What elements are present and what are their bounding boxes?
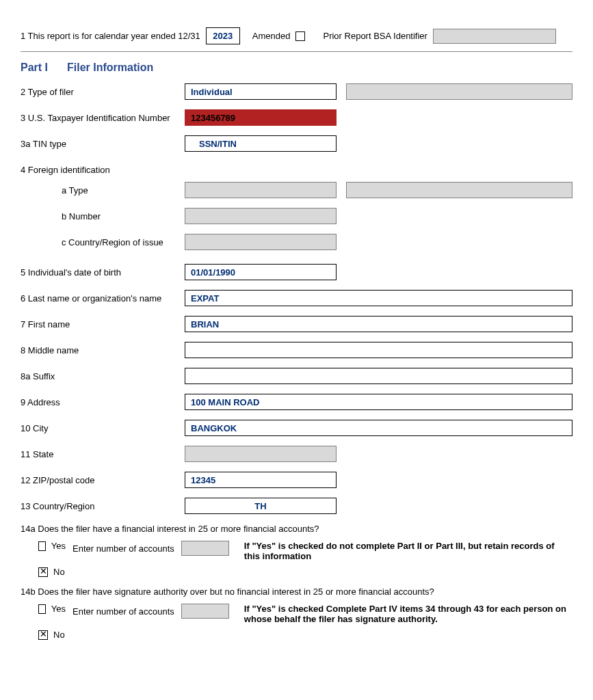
zip-label: 12 ZIP/postal code: [21, 475, 185, 485]
fi-country-input[interactable]: [185, 234, 337, 250]
fi-type-label: a Type: [21, 185, 185, 196]
q14b-no-checkbox[interactable]: [38, 630, 48, 640]
fi-number-label: b Number: [21, 211, 185, 221]
state-label: 11 State: [21, 449, 185, 459]
address-input[interactable]: 100 MAIN ROAD: [185, 394, 572, 410]
type-of-filer-label: 2 Type of filer: [21, 87, 185, 97]
city-input[interactable]: BANGKOK: [185, 420, 572, 436]
part1-heading: Part I Filer Information: [21, 62, 572, 74]
state-input[interactable]: [185, 446, 337, 462]
q14a-yes-label: Yes: [51, 541, 66, 551]
q14a-no-label: No: [53, 567, 65, 577]
q14a-enter-label: Enter number of accounts: [73, 543, 174, 554]
bsa-label: Prior Report BSA Identifier: [323, 31, 427, 41]
tin-type-label: 3a TIN type: [21, 139, 185, 149]
type-of-filer-input[interactable]: Individual: [185, 83, 337, 100]
fi-country-label: c Country/Region of issue: [21, 237, 185, 247]
last-name-input[interactable]: EXPAT: [185, 290, 572, 306]
middle-name-input[interactable]: [185, 342, 572, 358]
first-name-label: 7 First name: [21, 319, 185, 329]
amended-label: Amended: [252, 31, 291, 41]
amended-checkbox[interactable]: [295, 31, 305, 41]
report-year-label: 1 This report is for calendar year ended…: [21, 31, 200, 41]
fi-type-aux[interactable]: [346, 182, 572, 198]
part-number: Part I: [21, 62, 48, 74]
first-name-input[interactable]: BRIAN: [185, 316, 572, 332]
tin-label: 3 U.S. Taxpayer Identification Number: [21, 113, 185, 123]
report-year-row: 1 This report is for calendar year ended…: [21, 27, 572, 44]
q14b-question: 14b Does the filer have signature author…: [21, 587, 572, 597]
country-input[interactable]: TH: [185, 498, 337, 514]
last-name-label: 6 Last name or organization's name: [21, 293, 185, 304]
tin-type-input[interactable]: SSN/ITIN: [185, 135, 337, 152]
part-title: Filer Information: [67, 62, 153, 74]
year-input[interactable]: 2023: [206, 27, 240, 44]
city-label: 10 City: [21, 423, 185, 433]
fi-number-input[interactable]: [185, 208, 337, 224]
tin-input[interactable]: 123456789: [185, 109, 337, 126]
foreign-id-label: 4 Foreign identification: [21, 165, 185, 175]
q14b-yes-checkbox[interactable]: [38, 604, 46, 614]
bsa-identifier-input[interactable]: [433, 29, 556, 44]
q14a-no-checkbox[interactable]: [38, 567, 48, 577]
country-label: 13 Country/Region: [21, 501, 185, 511]
q14a-question: 14a Does the filer have a financial inte…: [21, 524, 572, 534]
q14b-no-label: No: [53, 630, 65, 640]
fi-type-input[interactable]: [185, 182, 337, 198]
q14a-count-input[interactable]: [181, 541, 229, 556]
q14a-hint: If "Yes" is checked do not complete Part…: [236, 541, 572, 561]
q14b-enter-label: Enter number of accounts: [73, 606, 174, 617]
middle-name-label: 8 Middle name: [21, 345, 185, 355]
q14b-count-input[interactable]: [181, 604, 229, 619]
suffix-input[interactable]: [185, 368, 572, 384]
q14b-hint: If "Yes" is checked Complete Part IV ite…: [236, 604, 572, 624]
dob-label: 5 Individual's date of birth: [21, 267, 185, 278]
suffix-label: 8a Suffix: [21, 371, 185, 381]
dob-input[interactable]: 01/01/1990: [185, 264, 337, 280]
divider: [21, 51, 572, 52]
address-label: 9 Address: [21, 397, 185, 407]
q14b-yes-label: Yes: [51, 604, 66, 614]
q14a-yes-checkbox[interactable]: [38, 541, 46, 551]
type-of-filer-aux[interactable]: [346, 83, 572, 100]
zip-input[interactable]: 12345: [185, 472, 337, 488]
